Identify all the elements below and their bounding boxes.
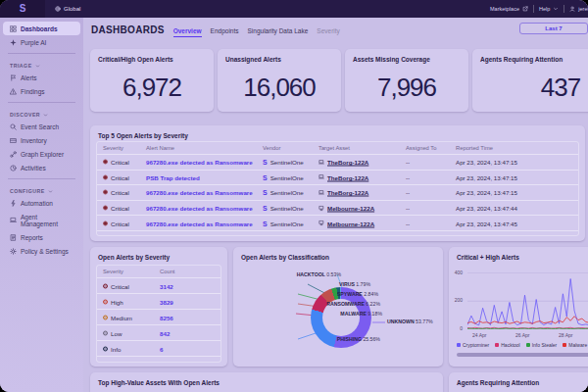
sidebar-item-event-search[interactable]: Event Search xyxy=(3,120,80,133)
vendor-cell: SSentinelOne xyxy=(263,159,304,166)
inventory-icon xyxy=(10,137,17,144)
severity-count-link[interactable]: 3829 xyxy=(160,298,173,305)
metric-title: Critical/High Open Alerts xyxy=(98,56,173,63)
sidebar-item-dashboards[interactable]: Dashboards xyxy=(3,22,80,35)
sentinelone-vendor-icon: S xyxy=(263,220,268,226)
severity-cell: Critical xyxy=(103,282,129,289)
sidebar-item-reports[interactable]: Reports xyxy=(3,230,80,244)
main-content: DASHBOARDS OverviewEndpointsSingularity … xyxy=(83,18,588,392)
column-header[interactable]: Severity xyxy=(103,145,123,151)
time-range-button[interactable]: Last 7 xyxy=(519,23,588,34)
legend-label: Info Stealer xyxy=(532,342,558,348)
severity-cell: Critical xyxy=(103,159,129,166)
tab-singularity-data-lake[interactable]: Singularity Data Lake xyxy=(248,27,309,37)
pie-label-value: 0.53% xyxy=(326,271,341,277)
target-asset-link[interactable]: TheBorg-122A xyxy=(327,159,368,166)
sidebar-item-label: Findings xyxy=(21,88,45,95)
pie-label-virus: VIRUS 1.79% xyxy=(339,281,370,287)
legend-label: Malware xyxy=(568,342,587,348)
legend-item-info-stealer[interactable]: Info Stealer xyxy=(526,342,558,348)
severity-cell: Critical xyxy=(103,173,129,180)
reported-time-cell: Apr 23, 2024, 13:47:15 xyxy=(456,159,517,166)
target-asset-link[interactable]: Melbourne-122A xyxy=(327,220,374,226)
vendor-cell: SSentinelOne xyxy=(263,220,304,226)
sidebar-item-inventory[interactable]: Inventory xyxy=(3,133,80,147)
severity-critical-icon xyxy=(103,206,108,211)
high-value-assets-card: Top High-Value Assets With Open Alerts xyxy=(90,372,443,392)
sentinelone-logo[interactable]: S xyxy=(0,0,45,18)
severity-count-link[interactable]: 842 xyxy=(160,329,170,336)
tab-endpoints[interactable]: Endpoints xyxy=(211,27,239,37)
metric-value: 7,996 xyxy=(345,73,468,103)
sidebar-item-agent-management[interactable]: Agent Management xyxy=(3,210,80,230)
tab-overview[interactable]: Overview xyxy=(173,27,202,37)
severity-critical-icon xyxy=(103,220,108,225)
help-menu[interactable]: Help xyxy=(539,6,550,12)
target-asset-link[interactable]: Melbourne-122A xyxy=(327,205,374,212)
severity-critical-icon xyxy=(103,283,108,288)
metric-title: Assets Missing Coverage xyxy=(353,56,430,63)
reported-time-cell: Apr 23, 2024, 13:47:44 xyxy=(456,205,517,212)
column-header[interactable]: Assigned To xyxy=(406,145,436,151)
table-row: Critical967280.exe detected as Ransomwar… xyxy=(97,201,578,217)
column-header[interactable]: Count xyxy=(160,269,174,274)
reported-time-cell: Apr 23, 2024, 13:47:15 xyxy=(456,173,517,180)
sidebar-item-alerts[interactable]: Alerts xyxy=(3,71,80,84)
scope-label: Global xyxy=(64,6,80,12)
sentinelone-vendor-icon: S xyxy=(263,173,268,180)
legend-item-malware[interactable]: Malware xyxy=(563,342,587,348)
top-alerts-table: SeverityAlert NameVendorTarget AssetAssi… xyxy=(96,141,579,236)
alert-name-link[interactable]: 967280.exe detected as Ransomware xyxy=(146,189,253,196)
column-header[interactable]: Reported Time xyxy=(456,145,493,151)
pie-label-value: 6.22% xyxy=(366,301,380,307)
sidebar-item-graph-explorer[interactable]: Graph Explorer xyxy=(3,147,80,161)
alert-name-link[interactable]: PSB Trap detected xyxy=(146,173,200,180)
severity-count-link[interactable]: 6 xyxy=(160,345,163,352)
reported-time-cell: Apr 23, 2024, 13:47:15 xyxy=(456,189,517,196)
chevron-down-icon xyxy=(43,113,48,118)
sidebar-section-triage[interactable]: TRIAGE xyxy=(0,58,83,71)
table-row: Critical967280.exe detected as Ransomwar… xyxy=(97,155,578,171)
scope-selector[interactable]: Global xyxy=(55,0,80,18)
sidebar-item-activities[interactable]: Activities xyxy=(3,161,80,174)
target-asset-link[interactable]: TheBorg-122A xyxy=(327,189,368,196)
pie-label-hacktool: HACKTOOL 0.53% xyxy=(297,271,341,277)
user-email[interactable]: jeremy@sentin... xyxy=(578,6,588,12)
severity-label: Critical xyxy=(111,220,129,226)
severity-medium-icon xyxy=(103,315,108,319)
severity-cell: Medium xyxy=(103,314,132,320)
marketplace-link[interactable]: Marketplace xyxy=(490,6,519,12)
sidebar-item-label: Event Search xyxy=(21,123,59,130)
severity-critical-icon xyxy=(103,174,108,179)
target-asset-link[interactable]: TheBorg-122A xyxy=(327,173,368,180)
sidebar-item-label: Automation xyxy=(21,200,53,207)
graph-icon xyxy=(10,151,17,158)
pie-label-name: MALWARE xyxy=(340,311,368,317)
alert-name-link[interactable]: 967280.exe detected as Ransomware xyxy=(146,220,253,226)
alert-name-link[interactable]: 967280.exe detected as Ransomware xyxy=(146,159,253,166)
column-header[interactable]: Vendor xyxy=(263,145,280,151)
column-header[interactable]: Severity xyxy=(103,269,123,274)
series-cryptominer xyxy=(467,279,588,325)
sidebar-item-automation[interactable]: Automation xyxy=(3,196,80,210)
severity-count-link[interactable]: 8256 xyxy=(160,314,173,320)
card-title: Top High-Value Assets With Open Alerts xyxy=(98,379,220,386)
sidebar-item-findings[interactable]: Findings xyxy=(3,84,80,98)
tab-severity[interactable]: Severity xyxy=(317,27,339,37)
sidebar-section-configure[interactable]: CONFIGURE xyxy=(0,183,83,196)
pie-label-value: 2.84% xyxy=(364,291,378,297)
sidebar-item-policy-settings[interactable]: Policy & Settings xyxy=(3,244,80,258)
column-header[interactable]: Target Asset xyxy=(318,145,350,151)
legend-item-hacktool[interactable]: Hacktool xyxy=(495,342,519,348)
column-header[interactable]: Alert Name xyxy=(146,145,174,151)
legend-item-cryptominer[interactable]: Cryptominer xyxy=(457,342,489,348)
severity-count-link[interactable]: 3142 xyxy=(160,282,173,289)
dashboards-icon xyxy=(10,25,17,32)
alert-name-link[interactable]: 967280.exe detected as Ransomware xyxy=(146,205,253,212)
sidebar-section-title: CONFIGURE xyxy=(10,188,45,194)
sidebar-item-label: Inventory xyxy=(21,137,47,144)
sidebar-item-purple-ai[interactable]: Purple AI xyxy=(3,35,80,49)
metric-card-critical-high-open-alerts: Critical/High Open Alerts6,972 xyxy=(90,49,214,112)
horizontal-scrollbar[interactable] xyxy=(457,353,588,357)
sidebar-section-discover[interactable]: DISCOVER xyxy=(0,107,83,120)
